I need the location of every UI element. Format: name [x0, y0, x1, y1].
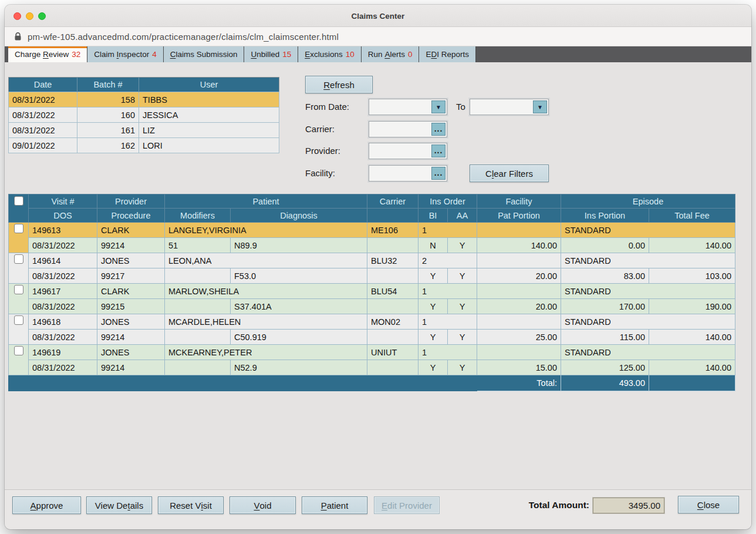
row-checkbox[interactable] [14, 285, 23, 294]
reset-visit-button[interactable]: Reset Visit [158, 496, 224, 514]
view-details-button[interactable]: View Details [86, 496, 152, 514]
void-button[interactable]: Void [230, 496, 296, 514]
carrier-lookup-ellipsis-icon[interactable]: ... [431, 123, 446, 136]
tab-count-badge: 4 [152, 50, 157, 59]
row-checkbox-cell [9, 345, 29, 375]
col-aa: AA [448, 209, 477, 223]
tab-charge-review[interactable]: Charge Review32 [8, 46, 87, 62]
row-checkbox-cell [9, 253, 29, 284]
tab-run-alerts[interactable]: Run Alerts0 [362, 46, 420, 62]
total-amount-label: Total Amount: [504, 500, 589, 511]
total-label: Total: [477, 375, 561, 391]
row-checkbox-cell [9, 314, 29, 345]
claims-header-row-1: Visit # Provider Patient Carrier Ins Ord… [9, 194, 735, 209]
tab-claim-inspector[interactable]: Claim Inspector4 [87, 46, 163, 62]
carrier-sub-blank [367, 330, 419, 345]
provider-input[interactable]: ... [369, 143, 447, 159]
claim-row-detail[interactable]: 08/31/2022 99214 N52.9 Y Y 15.00 125.00 … [9, 360, 735, 375]
refresh-button[interactable]: Refresh [305, 76, 373, 93]
carrier-input[interactable]: ... [369, 121, 447, 137]
tab-claims-submission[interactable]: Claims Submission [164, 46, 245, 62]
from-date-input[interactable]: ▼ [369, 99, 447, 115]
facility-input[interactable]: ... [369, 165, 447, 182]
lock-icon [15, 32, 21, 41]
carrier-sub-blank [367, 360, 419, 375]
claim-row-top[interactable]: 149613 CLARK LANGLEY,VIRGINIA ME106 1 ST… [9, 223, 735, 238]
tab-exclusions[interactable]: Exclusions10 [298, 46, 362, 62]
from-date-label: From Date: [305, 102, 349, 112]
facility-label: Facility: [305, 168, 335, 178]
row-checkbox[interactable] [14, 315, 23, 325]
provider-label: Provider: [305, 146, 340, 156]
close-button[interactable]: Close [678, 496, 739, 513]
row-checkbox[interactable] [14, 254, 23, 264]
claim-row-top[interactable]: 149617 CLARK MARLOW,SHEILA BLU54 1 STAND… [9, 284, 735, 299]
title-bar: Claims Center [5, 5, 751, 27]
col-episode: Episode [561, 194, 735, 209]
claim-row-detail[interactable]: 08/31/2022 99214 51 N89.9 N Y 140.00 0.0… [9, 238, 735, 253]
claim-row-top[interactable]: 149619 JONES MCKEARNEY,PETER UNIUT 1 STA… [9, 345, 735, 360]
col-provider: Provider [97, 194, 165, 209]
col-modifiers: Modifiers [165, 209, 231, 223]
batch-row[interactable]: 08/31/2022 158 TIBBS [9, 92, 279, 108]
batch-table: Date Batch # User 08/31/2022 158 TIBBS 0… [8, 77, 279, 153]
row-checkbox[interactable] [14, 224, 23, 233]
row-checkbox-cell [9, 284, 29, 314]
col-patient: Patient [165, 194, 367, 209]
select-all-cell [9, 194, 29, 223]
batch-header-date: Date [9, 78, 77, 92]
total-value: 493.00 [561, 375, 649, 391]
tab-count-badge: 32 [72, 50, 80, 59]
col-carrier: Carrier [367, 194, 419, 209]
url-text: pm-wfe-105.advancedmd.com/practicemanage… [28, 32, 339, 42]
facility-lookup-ellipsis-icon[interactable]: ... [431, 167, 446, 180]
from-date-dropdown-arrow-icon[interactable]: ▼ [431, 100, 446, 113]
col-carrier-blank [367, 209, 419, 223]
claim-row-detail[interactable]: 08/31/2022 99215 S37.401A Y Y 20.00 170.… [9, 299, 735, 314]
carrier-sub-blank [367, 268, 419, 284]
tab-count-badge: 15 [282, 50, 291, 59]
select-all-checkbox[interactable] [14, 196, 23, 206]
patient-button[interactable]: Patient [302, 496, 367, 514]
batch-header-user: User [139, 78, 279, 92]
col-diagnosis: Diagnosis [231, 209, 367, 223]
tab-count-badge: 10 [346, 50, 355, 59]
tab-unbilled[interactable]: Unbilled15 [244, 46, 298, 62]
col-dos: DOS [29, 209, 97, 223]
col-facility: Facility [477, 194, 561, 209]
batch-row[interactable]: 08/31/2022 161 LIZ [9, 123, 279, 138]
carrier-sub-blank [367, 299, 419, 314]
claim-row-top[interactable]: 149618 JONES MCARDLE,HELEN MON02 1 STAND… [9, 314, 735, 330]
provider-lookup-ellipsis-icon[interactable]: ... [431, 145, 446, 157]
total-spacer [9, 375, 477, 391]
tab-count-badge: 0 [408, 50, 413, 59]
to-date-dropdown-arrow-icon[interactable]: ▼ [533, 100, 547, 113]
col-procedure: Procedure [97, 209, 165, 223]
clear-filters-button[interactable]: Clear Filters [470, 164, 549, 182]
batch-header-batch: Batch # [77, 78, 139, 92]
total-amount-field: 3495.00 [593, 498, 664, 513]
claims-table: Visit # Provider Patient Carrier Ins Ord… [8, 194, 735, 391]
row-checkbox[interactable] [14, 346, 23, 355]
edit-provider-button: Edit Provider [374, 496, 440, 514]
claims-center-window: Claims Center pm-wfe-105.advancedmd.com/… [5, 5, 751, 529]
total-fee-blank [649, 375, 735, 391]
address-bar[interactable]: pm-wfe-105.advancedmd.com/practicemanage… [5, 27, 751, 46]
tab-strip: Charge Review32 Claim Inspector4 Claims … [5, 46, 751, 62]
batch-table-header: Date Batch # User [9, 78, 279, 92]
tab-edi-reports[interactable]: EDI Reports [419, 46, 476, 62]
claims-header-row-2: DOS Procedure Modifiers Diagnosis BI AA … [9, 209, 735, 223]
batch-row[interactable]: 09/01/2022 162 LORI [9, 138, 279, 153]
claims-total-row: Total: 493.00 [9, 375, 735, 391]
claim-row-detail[interactable]: 08/31/2022 99214 C50.919 Y Y 25.00 115.0… [9, 330, 735, 345]
row-checkbox-cell [9, 223, 29, 253]
batch-row[interactable]: 08/31/2022 160 JESSICA [9, 108, 279, 123]
carrier-label: Carrier: [305, 124, 335, 134]
to-date-input[interactable]: ▼ [470, 99, 549, 115]
claim-row-top[interactable]: 149614 JONES LEON,ANA BLU32 2 STANDARD [9, 253, 735, 268]
col-ins-portion: Ins Portion [561, 209, 649, 223]
claim-row-detail[interactable]: 08/31/2022 99217 F53.0 Y Y 20.00 83.00 1… [9, 268, 735, 284]
col-pat-portion: Pat Portion [477, 209, 561, 223]
approve-button[interactable]: Approve [12, 496, 81, 514]
col-bi: BI [419, 209, 448, 223]
